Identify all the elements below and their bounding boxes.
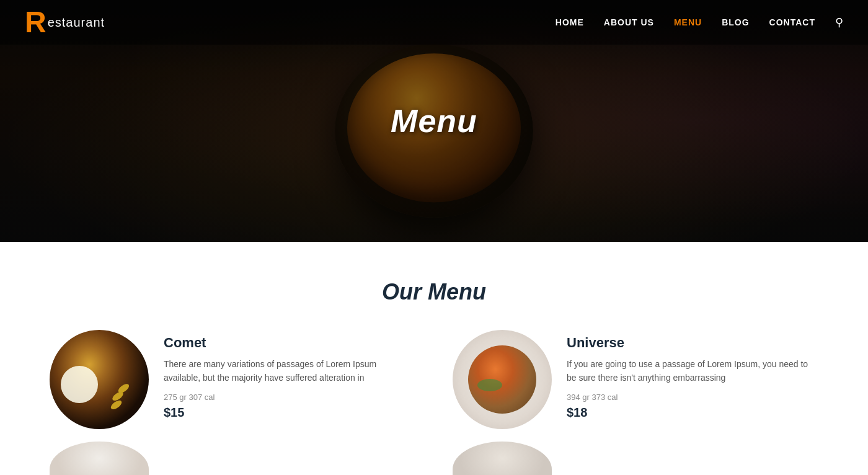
nav-item-contact[interactable]: CONTACT — [769, 17, 815, 28]
hero-title: Menu — [391, 102, 477, 140]
item-info-comet: Comet There are many variations of passa… — [164, 330, 415, 420]
dish-image-comet — [50, 330, 149, 429]
dish-partial-2 — [453, 442, 552, 475]
dish-partial-1 — [50, 442, 149, 475]
nav-link-blog[interactable]: BLOG — [722, 17, 749, 27]
nav-item-about[interactable]: ABOUT US — [604, 17, 654, 28]
logo[interactable]: R estaurant — [25, 7, 105, 37]
dish-circle-comet — [50, 330, 149, 429]
item-info-universe: Universe If you are going to use a passa… — [567, 330, 818, 420]
item-name-comet: Comet — [164, 335, 415, 351]
navbar: R estaurant HOME ABOUT US MENU BLOG CONT… — [0, 0, 868, 45]
item-price-comet: $15 — [164, 406, 415, 420]
item-meta-universe: 394 gr 373 cal — [567, 393, 818, 402]
dish-image-universe — [453, 330, 552, 429]
nav-link-contact[interactable]: CONTACT — [769, 17, 815, 27]
menu-item-comet: Comet There are many variations of passa… — [50, 330, 415, 429]
menu-grid-bottom — [50, 442, 818, 475]
item-desc-universe: If you are going to use a passage of Lor… — [567, 357, 818, 385]
menu-grid: Comet There are many variations of passa… — [50, 330, 818, 429]
search-icon[interactable]: ⚲ — [835, 16, 843, 29]
nav-item-menu[interactable]: MENU — [674, 17, 702, 28]
item-price-universe: $18 — [567, 406, 818, 420]
dish-circle-universe — [453, 330, 552, 429]
item-desc-comet: There are many variations of passages of… — [164, 357, 415, 385]
logo-text: estaurant — [48, 16, 105, 30]
item-meta-comet: 275 gr 307 cal — [164, 393, 415, 402]
logo-letter: R — [25, 7, 46, 37]
nav-item-home[interactable]: HOME — [556, 17, 584, 28]
menu-item-partial-1 — [50, 442, 415, 475]
menu-item-partial-2 — [453, 442, 818, 475]
item-name-universe: Universe — [567, 335, 818, 351]
nav-search-btn[interactable]: ⚲ — [835, 16, 843, 29]
menu-item-universe: Universe If you are going to use a passa… — [453, 330, 818, 429]
nav-links: HOME ABOUT US MENU BLOG CONTACT ⚲ — [556, 16, 843, 29]
section-title: Our Menu — [50, 279, 818, 305]
nav-link-about[interactable]: ABOUT US — [604, 17, 654, 27]
nav-item-blog[interactable]: BLOG — [722, 17, 749, 28]
nav-link-home[interactable]: HOME — [556, 17, 584, 27]
menu-section: Our Menu Comet There are many variations… — [0, 242, 868, 475]
nav-link-menu[interactable]: MENU — [674, 17, 702, 27]
